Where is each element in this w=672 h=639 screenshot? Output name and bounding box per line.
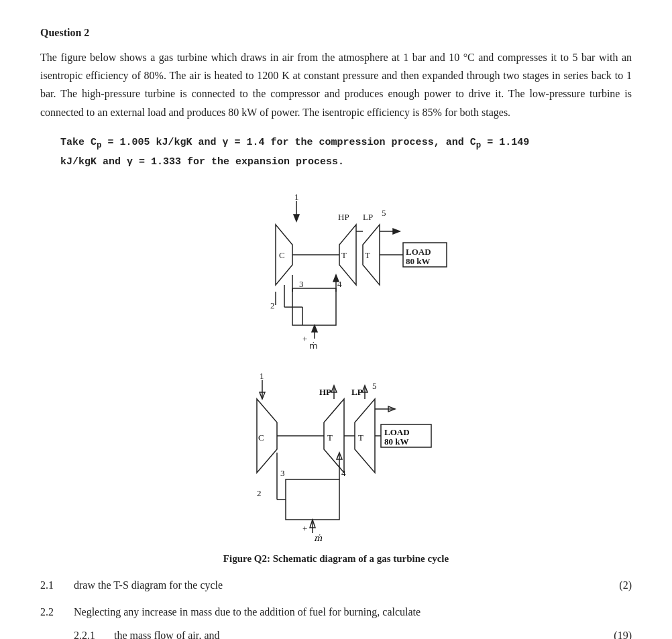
sub-num-2-2: 2.2 (40, 606, 74, 618)
question-title: Question 2 (40, 27, 632, 39)
svg-text:5: 5 (382, 208, 386, 218)
svg-text:HP: HP (319, 387, 331, 397)
svg-text:4: 4 (337, 279, 342, 289)
sub-text-2-1: draw the T-S diagram for the cycle (74, 577, 592, 594)
svg-text:4: 4 (341, 468, 346, 478)
figure-caption: Figure Q2: Schematic diagram of a gas tu… (40, 553, 632, 565)
svg-text:80 kW: 80 kW (406, 256, 430, 266)
svg-text:LOAD: LOAD (384, 427, 410, 437)
sub-sub-num-2-2-1: 2.2.1 (74, 630, 114, 639)
svg-marker-13 (393, 229, 400, 234)
svg-rect-55 (286, 479, 339, 520)
svg-text:+: + (302, 334, 307, 344)
turbine-diagram-clean: .dtext { font-family: "Times New Roman",… (215, 365, 457, 546)
sub-num-2-1: 2.1 (40, 579, 74, 591)
svg-text:LOAD: LOAD (406, 247, 431, 257)
sub-text-2-2: Neglecting any increase in mass due to t… (74, 603, 592, 621)
svg-text:ṁ: ṁ (309, 341, 318, 351)
svg-text:5: 5 (372, 381, 377, 391)
take-box: Take Cp = 1.005 kJ/kgK and γ = 1.4 for t… (60, 133, 632, 172)
svg-marker-2 (294, 215, 299, 221)
svg-text:T: T (358, 432, 363, 443)
svg-marker-29 (312, 325, 317, 332)
take-line1: Take Cp = 1.005 kJ/kgK and γ = 1.4 for t… (60, 137, 529, 148)
svg-text:2: 2 (270, 300, 275, 310)
sub-sub-row-2-2-1: 2.2.1 the mass flow of air, and (19) (74, 630, 632, 639)
take-line2: kJ/kgK and γ = 1.333 for the expansion p… (60, 156, 344, 168)
sub-questions: 2.1 draw the T-S diagram for the cycle (… (40, 577, 632, 639)
svg-text:2: 2 (257, 488, 262, 498)
sub-mark-2-1: (2) (592, 579, 632, 591)
svg-text:C: C (258, 432, 264, 443)
turbine-diagram: text { font-family: "Times New Roman", s… (215, 184, 457, 365)
svg-text:3: 3 (280, 468, 285, 478)
svg-text:1: 1 (294, 192, 299, 202)
svg-text:+: + (302, 524, 307, 534)
svg-text:T: T (365, 250, 370, 260)
question-body: The figure below shows a gas turbine whi… (40, 48, 632, 121)
diagram-container: text { font-family: "Times New Roman", s… (40, 184, 632, 546)
svg-text:1: 1 (260, 371, 264, 381)
svg-text:3: 3 (299, 279, 304, 289)
sub-sub-mark-2-2-1: (19) (592, 630, 632, 639)
sub-row-2-1: 2.1 draw the T-S diagram for the cycle (… (40, 577, 632, 594)
svg-text:T: T (341, 250, 347, 260)
svg-text:C: C (279, 250, 285, 260)
svg-text:HP: HP (338, 212, 349, 222)
svg-text:LP: LP (363, 212, 373, 222)
svg-text:80 kW: 80 kW (384, 437, 408, 447)
svg-text:LP: LP (351, 387, 363, 397)
svg-text:T: T (327, 432, 333, 443)
sub-row-2-2: 2.2 Neglecting any increase in mass due … (40, 603, 632, 621)
sub-sub-text-2-2-1: the mass flow of air, and (114, 630, 592, 639)
svg-text:ṁ: ṁ (314, 533, 323, 543)
